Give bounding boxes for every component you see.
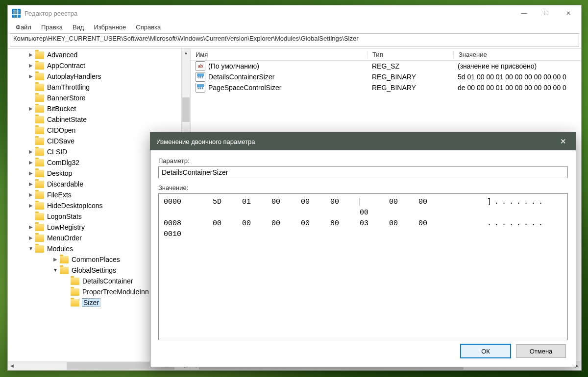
header-type[interactable]: Тип (368, 51, 454, 58)
hex-offset: 0008 (164, 218, 213, 229)
expander-icon[interactable]: ▶ (27, 148, 34, 155)
folder-icon (71, 299, 79, 306)
hex-row: 0010 (164, 229, 563, 240)
tree-item-label: BamThrottling (47, 83, 90, 91)
expander-icon[interactable]: ▶ (27, 181, 34, 188)
folder-icon (35, 138, 44, 145)
scroll-up-icon[interactable]: ▲ (182, 48, 190, 57)
title-bar[interactable]: Редактор реестра — ☐ ✕ (8, 5, 581, 21)
menu-help[interactable]: Справка (131, 23, 166, 32)
tree-item-label: Discardable (47, 180, 83, 188)
expander-icon[interactable]: ▶ (27, 159, 34, 166)
tree-item-label: GlobalSettings (72, 266, 116, 274)
tree-item-label: AppContract (47, 62, 85, 70)
cancel-button[interactable]: Отмена (516, 344, 566, 358)
tree-item[interactable]: ▶Advanced (8, 49, 190, 60)
expander-icon[interactable]: ▶ (27, 73, 34, 80)
hex-row: 00080000000080030000........ (164, 218, 563, 229)
tree-item-label: Desktop (47, 169, 72, 177)
tree-item[interactable]: CabinetState (8, 114, 190, 125)
expander-icon[interactable]: ▶ (27, 62, 34, 69)
folder-icon (35, 213, 44, 220)
param-name-input[interactable]: DetailsContainerSizer (158, 166, 568, 178)
hex-editor[interactable]: 00005D01000000000000].......000800000000… (158, 193, 568, 340)
tree-item[interactable]: ▶AutoplayHandlers (8, 71, 190, 82)
folder-icon (71, 278, 79, 285)
tree-item[interactable]: ▶BitBucket (8, 103, 190, 114)
ok-button[interactable]: ОК (460, 344, 511, 358)
list-row[interactable]: 011DetailsContainerSizerREG_BINARY5d 01 … (191, 71, 581, 82)
param-label: Параметр: (158, 157, 568, 165)
folder-icon (35, 224, 44, 231)
dialog-title-bar[interactable]: Изменение двоичного параметра ✕ (150, 133, 576, 150)
menu-view[interactable]: Вид (68, 23, 89, 32)
menu-favorites[interactable]: Избранное (89, 23, 131, 32)
header-value[interactable]: Значение (454, 51, 581, 58)
hex-row: 00005D01000000000000]....... (164, 197, 563, 218)
tree-item-label: BitBucket (47, 105, 76, 113)
expander-icon[interactable]: ▼ (27, 245, 34, 252)
value-name: DetailsContainerSizer (208, 73, 274, 81)
hex-bytes[interactable]: 5D01000000000000 (213, 197, 487, 218)
scroll-thumb[interactable] (182, 97, 190, 122)
binary-value-icon: 011 (196, 83, 205, 93)
folder-icon (35, 73, 44, 80)
menu-file[interactable]: Файл (11, 23, 36, 32)
value-type: REG_BINARY (367, 84, 453, 92)
header-name[interactable]: Имя (191, 51, 368, 58)
tree-item-label: CIDSave (47, 137, 74, 145)
expander-icon[interactable]: ▼ (52, 267, 59, 274)
hex-ascii: ]....... (487, 197, 563, 218)
tree-item-label: LowRegistry (47, 223, 85, 231)
maximize-button[interactable]: ☐ (535, 6, 557, 21)
tree-item-label: AutoplayHandlers (47, 72, 101, 80)
folder-icon (35, 105, 44, 113)
folder-icon (35, 181, 44, 188)
app-icon (12, 9, 21, 18)
tree-item[interactable]: ▶AppContract (8, 60, 190, 71)
folder-icon (71, 288, 79, 296)
value-data: 5d 01 00 00 01 00 00 00 00 00 00 0 (453, 73, 581, 81)
folder-icon (35, 235, 44, 242)
tree-item-label: CabinetState (47, 116, 87, 123)
dialog-close-button[interactable]: ✕ (556, 137, 570, 146)
folder-icon (35, 170, 44, 177)
tree-item-label: LogonStats (47, 212, 82, 220)
list-row[interactable]: ab(По умолчанию)REG_SZ(значение не присв… (191, 61, 581, 71)
expander-icon[interactable]: ▶ (27, 170, 34, 177)
tree-item-label: MenuOrder (47, 234, 82, 242)
value-data: de 00 00 00 01 00 00 00 00 00 00 0 (453, 84, 581, 92)
folder-icon (35, 245, 44, 253)
address-bar[interactable]: Компьютер\HKEY_CURRENT_USER\Software\Mic… (10, 33, 579, 47)
hex-offset: 0010 (164, 229, 213, 240)
expander-icon[interactable]: ▶ (52, 256, 59, 263)
hex-bytes[interactable]: 0000000080030000 (213, 218, 487, 229)
scroll-left-icon[interactable]: ◀ (8, 361, 16, 370)
hex-bytes[interactable] (213, 229, 487, 240)
minimize-button[interactable]: — (513, 6, 535, 21)
tree-item[interactable]: BannerStore (8, 93, 190, 103)
tree-item-label: CLSID (47, 148, 67, 156)
dialog-title: Изменение двоичного параметра (156, 138, 556, 145)
folder-icon (35, 94, 44, 102)
hex-offset: 0000 (164, 197, 213, 218)
close-button[interactable]: ✕ (557, 6, 579, 21)
tree-item[interactable]: BamThrottling (8, 82, 190, 93)
value-name: PageSpaceControlSizer (208, 84, 281, 92)
expander-icon[interactable]: ▶ (27, 191, 34, 198)
list-row[interactable]: 011PageSpaceControlSizerREG_BINARYde 00 … (191, 82, 581, 93)
folder-icon (35, 202, 44, 210)
value-label: Значение: (158, 184, 568, 191)
tree-item-label: Sizer (82, 298, 100, 307)
expander-icon[interactable]: ▶ (27, 105, 34, 112)
expander-icon[interactable]: ▶ (27, 202, 34, 209)
folder-icon (35, 159, 44, 166)
expander-icon[interactable]: ▶ (27, 235, 34, 241)
string-value-icon: ab (196, 61, 205, 71)
expander-icon[interactable]: ▶ (27, 51, 34, 58)
folder-icon (35, 191, 44, 199)
folder-icon (35, 84, 44, 91)
menu-edit[interactable]: Правка (36, 23, 68, 32)
expander-icon[interactable]: ▶ (27, 224, 34, 231)
list-header: Имя Тип Значение (191, 48, 581, 61)
